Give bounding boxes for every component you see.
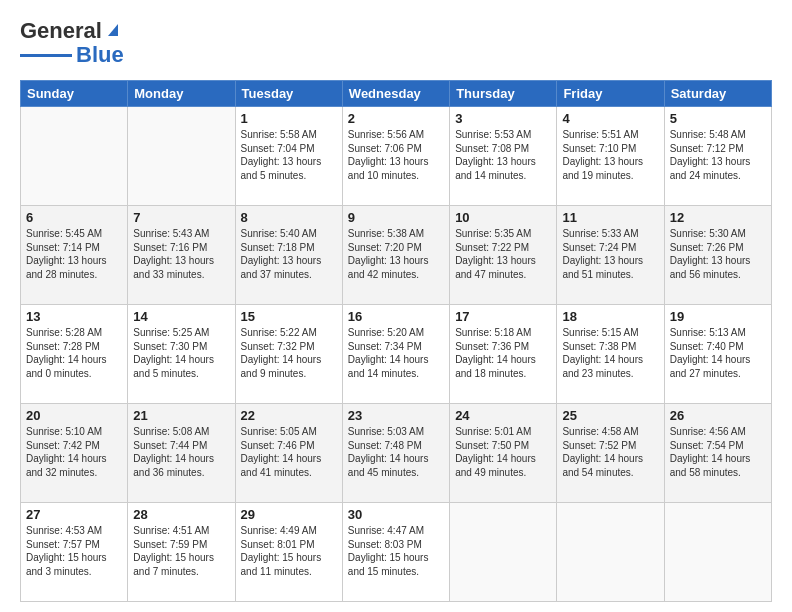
header: General Blue (20, 18, 772, 68)
calendar-week-row: 20Sunrise: 5:10 AM Sunset: 7:42 PM Dayli… (21, 404, 772, 503)
day-number: 18 (562, 309, 658, 324)
day-number: 25 (562, 408, 658, 423)
day-number: 4 (562, 111, 658, 126)
day-info: Sunrise: 5:33 AM Sunset: 7:24 PM Dayligh… (562, 227, 658, 281)
logo-icon (104, 20, 122, 38)
day-info: Sunrise: 5:38 AM Sunset: 7:20 PM Dayligh… (348, 227, 444, 281)
calendar-cell: 16Sunrise: 5:20 AM Sunset: 7:34 PM Dayli… (342, 305, 449, 404)
day-number: 11 (562, 210, 658, 225)
day-number: 2 (348, 111, 444, 126)
day-info: Sunrise: 5:13 AM Sunset: 7:40 PM Dayligh… (670, 326, 766, 380)
day-info: Sunrise: 4:47 AM Sunset: 8:03 PM Dayligh… (348, 524, 444, 578)
day-number: 12 (670, 210, 766, 225)
day-info: Sunrise: 5:48 AM Sunset: 7:12 PM Dayligh… (670, 128, 766, 182)
day-info: Sunrise: 5:03 AM Sunset: 7:48 PM Dayligh… (348, 425, 444, 479)
calendar-cell (128, 107, 235, 206)
calendar-cell: 8Sunrise: 5:40 AM Sunset: 7:18 PM Daylig… (235, 206, 342, 305)
calendar-cell: 22Sunrise: 5:05 AM Sunset: 7:46 PM Dayli… (235, 404, 342, 503)
day-info: Sunrise: 4:49 AM Sunset: 8:01 PM Dayligh… (241, 524, 337, 578)
calendar-cell: 20Sunrise: 5:10 AM Sunset: 7:42 PM Dayli… (21, 404, 128, 503)
weekday-header: Friday (557, 81, 664, 107)
calendar-cell: 23Sunrise: 5:03 AM Sunset: 7:48 PM Dayli… (342, 404, 449, 503)
day-number: 6 (26, 210, 122, 225)
day-info: Sunrise: 5:20 AM Sunset: 7:34 PM Dayligh… (348, 326, 444, 380)
calendar-cell: 3Sunrise: 5:53 AM Sunset: 7:08 PM Daylig… (450, 107, 557, 206)
calendar-cell: 25Sunrise: 4:58 AM Sunset: 7:52 PM Dayli… (557, 404, 664, 503)
day-number: 27 (26, 507, 122, 522)
calendar-week-row: 27Sunrise: 4:53 AM Sunset: 7:57 PM Dayli… (21, 503, 772, 602)
day-info: Sunrise: 5:25 AM Sunset: 7:30 PM Dayligh… (133, 326, 229, 380)
calendar-cell: 18Sunrise: 5:15 AM Sunset: 7:38 PM Dayli… (557, 305, 664, 404)
weekday-header: Sunday (21, 81, 128, 107)
day-info: Sunrise: 5:35 AM Sunset: 7:22 PM Dayligh… (455, 227, 551, 281)
calendar-cell: 10Sunrise: 5:35 AM Sunset: 7:22 PM Dayli… (450, 206, 557, 305)
day-number: 24 (455, 408, 551, 423)
day-info: Sunrise: 5:18 AM Sunset: 7:36 PM Dayligh… (455, 326, 551, 380)
calendar-cell: 6Sunrise: 5:45 AM Sunset: 7:14 PM Daylig… (21, 206, 128, 305)
calendar-cell (664, 503, 771, 602)
calendar-cell: 19Sunrise: 5:13 AM Sunset: 7:40 PM Dayli… (664, 305, 771, 404)
day-number: 14 (133, 309, 229, 324)
day-info: Sunrise: 5:05 AM Sunset: 7:46 PM Dayligh… (241, 425, 337, 479)
calendar-cell: 30Sunrise: 4:47 AM Sunset: 8:03 PM Dayli… (342, 503, 449, 602)
weekday-header: Monday (128, 81, 235, 107)
logo-general: General (20, 18, 102, 44)
calendar-cell: 12Sunrise: 5:30 AM Sunset: 7:26 PM Dayli… (664, 206, 771, 305)
calendar-cell (557, 503, 664, 602)
day-number: 21 (133, 408, 229, 423)
calendar-cell: 28Sunrise: 4:51 AM Sunset: 7:59 PM Dayli… (128, 503, 235, 602)
calendar-week-row: 13Sunrise: 5:28 AM Sunset: 7:28 PM Dayli… (21, 305, 772, 404)
day-info: Sunrise: 5:58 AM Sunset: 7:04 PM Dayligh… (241, 128, 337, 182)
logo-underline (20, 54, 72, 57)
day-number: 17 (455, 309, 551, 324)
day-number: 30 (348, 507, 444, 522)
weekday-header: Thursday (450, 81, 557, 107)
calendar-cell: 4Sunrise: 5:51 AM Sunset: 7:10 PM Daylig… (557, 107, 664, 206)
day-info: Sunrise: 5:30 AM Sunset: 7:26 PM Dayligh… (670, 227, 766, 281)
day-number: 23 (348, 408, 444, 423)
weekday-header: Saturday (664, 81, 771, 107)
day-info: Sunrise: 5:56 AM Sunset: 7:06 PM Dayligh… (348, 128, 444, 182)
day-number: 10 (455, 210, 551, 225)
day-number: 8 (241, 210, 337, 225)
day-info: Sunrise: 5:01 AM Sunset: 7:50 PM Dayligh… (455, 425, 551, 479)
day-info: Sunrise: 5:10 AM Sunset: 7:42 PM Dayligh… (26, 425, 122, 479)
calendar-cell: 2Sunrise: 5:56 AM Sunset: 7:06 PM Daylig… (342, 107, 449, 206)
calendar-cell: 15Sunrise: 5:22 AM Sunset: 7:32 PM Dayli… (235, 305, 342, 404)
calendar-cell: 9Sunrise: 5:38 AM Sunset: 7:20 PM Daylig… (342, 206, 449, 305)
calendar-cell: 26Sunrise: 4:56 AM Sunset: 7:54 PM Dayli… (664, 404, 771, 503)
day-info: Sunrise: 5:40 AM Sunset: 7:18 PM Dayligh… (241, 227, 337, 281)
calendar-cell: 29Sunrise: 4:49 AM Sunset: 8:01 PM Dayli… (235, 503, 342, 602)
day-info: Sunrise: 5:45 AM Sunset: 7:14 PM Dayligh… (26, 227, 122, 281)
calendar-cell: 14Sunrise: 5:25 AM Sunset: 7:30 PM Dayli… (128, 305, 235, 404)
page: General Blue SundayMondayTuesdayWednesda… (0, 0, 792, 612)
calendar-cell: 5Sunrise: 5:48 AM Sunset: 7:12 PM Daylig… (664, 107, 771, 206)
day-number: 7 (133, 210, 229, 225)
day-number: 15 (241, 309, 337, 324)
day-info: Sunrise: 4:56 AM Sunset: 7:54 PM Dayligh… (670, 425, 766, 479)
weekday-header: Wednesday (342, 81, 449, 107)
calendar-cell: 1Sunrise: 5:58 AM Sunset: 7:04 PM Daylig… (235, 107, 342, 206)
calendar-header-row: SundayMondayTuesdayWednesdayThursdayFrid… (21, 81, 772, 107)
day-info: Sunrise: 5:08 AM Sunset: 7:44 PM Dayligh… (133, 425, 229, 479)
day-number: 3 (455, 111, 551, 126)
calendar-cell (21, 107, 128, 206)
calendar-cell: 24Sunrise: 5:01 AM Sunset: 7:50 PM Dayli… (450, 404, 557, 503)
calendar-cell: 11Sunrise: 5:33 AM Sunset: 7:24 PM Dayli… (557, 206, 664, 305)
day-info: Sunrise: 4:53 AM Sunset: 7:57 PM Dayligh… (26, 524, 122, 578)
day-info: Sunrise: 4:51 AM Sunset: 7:59 PM Dayligh… (133, 524, 229, 578)
day-info: Sunrise: 5:43 AM Sunset: 7:16 PM Dayligh… (133, 227, 229, 281)
day-number: 9 (348, 210, 444, 225)
day-number: 19 (670, 309, 766, 324)
calendar-week-row: 1Sunrise: 5:58 AM Sunset: 7:04 PM Daylig… (21, 107, 772, 206)
day-number: 28 (133, 507, 229, 522)
calendar-week-row: 6Sunrise: 5:45 AM Sunset: 7:14 PM Daylig… (21, 206, 772, 305)
day-number: 22 (241, 408, 337, 423)
day-info: Sunrise: 5:51 AM Sunset: 7:10 PM Dayligh… (562, 128, 658, 182)
day-number: 1 (241, 111, 337, 126)
day-info: Sunrise: 5:22 AM Sunset: 7:32 PM Dayligh… (241, 326, 337, 380)
calendar-cell: 27Sunrise: 4:53 AM Sunset: 7:57 PM Dayli… (21, 503, 128, 602)
day-info: Sunrise: 5:28 AM Sunset: 7:28 PM Dayligh… (26, 326, 122, 380)
calendar-table: SundayMondayTuesdayWednesdayThursdayFrid… (20, 80, 772, 602)
day-number: 13 (26, 309, 122, 324)
